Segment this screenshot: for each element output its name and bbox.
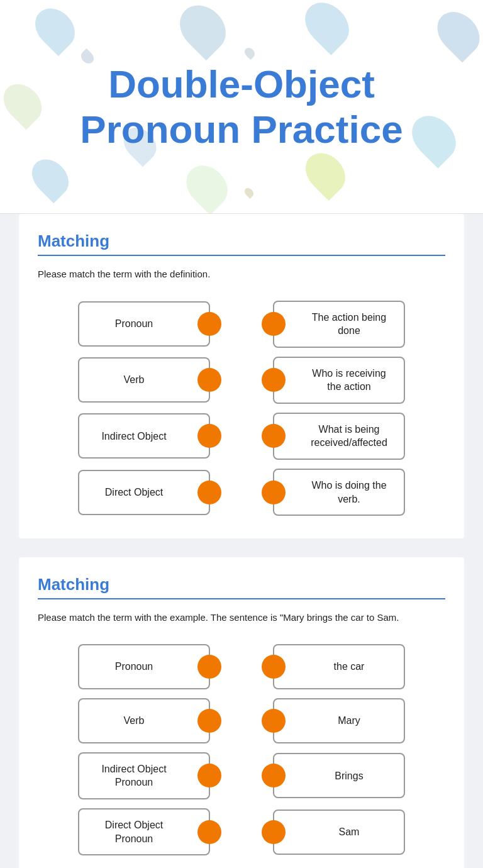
section-2-instruction: Please match the term with the example. … — [38, 611, 445, 625]
definition-card-2[interactable]: Brings — [273, 753, 405, 798]
term-text-3: Direct Object Pronoun — [91, 818, 177, 845]
section-2-divider — [38, 598, 445, 599]
term-card-2[interactable]: Indirect Object Pronoun — [78, 752, 210, 799]
term-text-2: Indirect Object — [91, 430, 177, 443]
circle-left-1[interactable] — [262, 709, 286, 733]
term-card-3[interactable]: Direct Object Pronoun — [78, 808, 210, 855]
header: Double-Object Pronoun Practice — [0, 0, 483, 214]
matching-row-3: Direct Object Pronoun Sam — [38, 808, 445, 855]
matching-row-2: Indirect Object Pronoun Brings — [38, 752, 445, 799]
section-2-title: Matching — [38, 575, 445, 594]
page-title: Double-Object Pronoun Practice — [42, 43, 440, 170]
circle-right-0[interactable] — [197, 312, 221, 336]
definition-text-3: Sam — [306, 825, 392, 839]
matching-row-1: Verb Mary — [38, 698, 445, 743]
matching-row-1: Verb Who is receiving the action — [38, 357, 445, 404]
term-text-0: Pronoun — [91, 660, 177, 674]
term-card-1[interactable]: Verb — [78, 698, 210, 743]
circle-right-3[interactable] — [197, 820, 221, 844]
definition-card-2[interactable]: What is being received/affected — [273, 413, 405, 460]
circle-left-2[interactable] — [262, 764, 286, 787]
term-text-1: Verb — [91, 373, 177, 387]
term-text-0: Pronoun — [91, 317, 177, 331]
circle-right-2[interactable] — [197, 764, 221, 787]
definition-text-1: Mary — [306, 714, 392, 728]
circle-right-2[interactable] — [197, 424, 221, 448]
term-card-0[interactable]: Pronoun — [78, 644, 210, 689]
term-card-3[interactable]: Direct Object — [78, 470, 210, 515]
circle-left-1[interactable] — [262, 368, 286, 392]
circle-right-1[interactable] — [197, 709, 221, 733]
matching-row-2: Indirect Object What is being received/a… — [38, 413, 445, 460]
matching-row-0: Pronoun the car — [38, 644, 445, 689]
section-1-divider — [38, 255, 445, 256]
matching-row-3: Direct Object Who is doing the verb. — [38, 469, 445, 516]
term-text-3: Direct Object — [91, 486, 177, 499]
definition-card-3[interactable]: Who is doing the verb. — [273, 469, 405, 516]
definition-card-0[interactable]: The action being done — [273, 301, 405, 348]
circle-left-2[interactable] — [262, 424, 286, 448]
section-1: Matching Please match the term with the … — [19, 214, 464, 538]
water-drop-11 — [243, 186, 255, 199]
term-text-2: Indirect Object Pronoun — [91, 762, 177, 789]
circle-left-0[interactable] — [262, 312, 286, 336]
term-card-1[interactable]: Verb — [78, 357, 210, 403]
term-card-2[interactable]: Indirect Object — [78, 413, 210, 459]
definition-text-3: Who is doing the verb. — [306, 479, 392, 506]
term-text-1: Verb — [91, 714, 177, 728]
definition-card-1[interactable]: Who is receiving the action — [273, 357, 405, 404]
definition-card-1[interactable]: Mary — [273, 698, 405, 743]
section-1-instruction: Please match the term with the definitio… — [38, 267, 445, 282]
definition-text-1: Who is receiving the action — [306, 367, 392, 394]
circle-right-3[interactable] — [197, 481, 221, 504]
circle-right-1[interactable] — [197, 368, 221, 392]
section-2: Matching Please match the term with the … — [19, 557, 464, 868]
title-line2: Pronoun Practice — [80, 108, 402, 151]
content-area: Matching Please match the term with the … — [0, 214, 483, 868]
circle-left-3[interactable] — [262, 481, 286, 504]
definition-text-2: Brings — [306, 769, 392, 783]
definition-text-2: What is being received/affected — [306, 423, 392, 450]
section-2-grid: Pronoun the car Verb Mary Indirect Objec… — [38, 644, 445, 855]
term-card-0[interactable]: Pronoun — [78, 301, 210, 347]
section-1-title: Matching — [38, 231, 445, 251]
definition-text-0: the car — [306, 660, 392, 674]
definition-card-0[interactable]: the car — [273, 644, 405, 689]
matching-row-0: Pronoun The action being done — [38, 301, 445, 348]
definition-card-3[interactable]: Sam — [273, 810, 405, 855]
section-1-grid: Pronoun The action being done Verb Who i… — [38, 301, 445, 516]
circle-left-3[interactable] — [262, 820, 286, 844]
circle-right-0[interactable] — [197, 655, 221, 679]
definition-text-0: The action being done — [306, 311, 392, 338]
title-line1: Double-Object — [108, 62, 375, 106]
circle-left-0[interactable] — [262, 655, 286, 679]
